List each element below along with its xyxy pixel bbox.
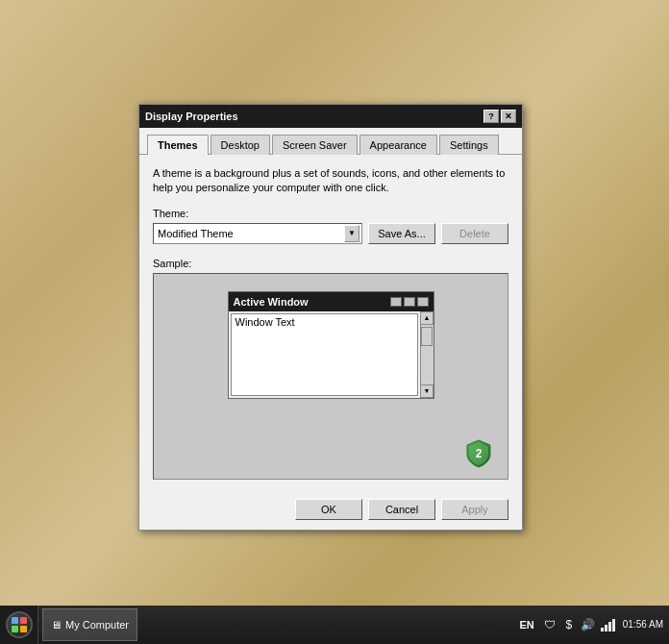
clock: 01:56 AM: [619, 619, 663, 631]
clock-time: 01:56 AM: [623, 619, 663, 631]
language-indicator: EN: [515, 619, 537, 631]
mini-maximize-icon: [404, 297, 415, 307]
svg-rect-4: [20, 626, 27, 632]
svg-text:2: 2: [476, 447, 483, 460]
delete-button[interactable]: Delete: [441, 223, 508, 244]
theme-row: Modified Theme ▼ Save As... Delete: [153, 223, 508, 244]
svg-rect-2: [20, 617, 27, 624]
mini-titlebar: Active Window: [229, 292, 434, 311]
theme-dropdown[interactable]: Modified Theme ▼: [153, 223, 362, 244]
sample-label: Sample:: [153, 258, 508, 269]
start-button[interactable]: [0, 606, 38, 644]
scroll-down-icon[interactable]: ▼: [420, 384, 434, 398]
dialog-title: Display Properties: [145, 111, 238, 122]
systray-icons: 🛡 $ 🔊: [542, 617, 615, 632]
sample-box: Active Window Window Text ▲: [153, 273, 508, 480]
desktop: Display Properties ? ✕ Themes Desktop Sc…: [0, 0, 669, 606]
computer-icon: 🖥: [51, 619, 62, 631]
svg-rect-6: [605, 625, 607, 632]
cancel-button[interactable]: Cancel: [368, 499, 435, 520]
tab-desktop[interactable]: Desktop: [211, 135, 270, 155]
mini-scrollbar: ▲ ▼: [420, 311, 434, 398]
bottom-buttons: OK Cancel Apply: [139, 491, 522, 530]
scroll-up-icon[interactable]: ▲: [420, 311, 434, 325]
help-button[interactable]: ?: [483, 110, 499, 123]
taskbar-item-mycomputer[interactable]: 🖥 My Computer: [42, 608, 137, 641]
taskbar-right: EN 🛡 $ 🔊 01:56 AM: [515, 617, 669, 632]
ok-button[interactable]: OK: [295, 499, 362, 520]
dialog-titlebar: Display Properties ? ✕: [139, 105, 522, 128]
dropdown-arrow-icon[interactable]: ▼: [344, 225, 359, 242]
scroll-thumb[interactable]: [421, 327, 433, 346]
mini-text-area: Window Text: [231, 313, 418, 396]
tab-screensaver[interactable]: Screen Saver: [272, 135, 358, 155]
sound-tray-icon: 🔊: [581, 617, 596, 632]
theme-description: A theme is a background plus a set of so…: [153, 166, 508, 196]
tab-themes[interactable]: Themes: [147, 135, 209, 155]
svg-rect-8: [612, 619, 615, 632]
mini-titlebar-controls: [390, 297, 429, 307]
mini-minimize-icon: [390, 297, 402, 307]
taskbar-item-label: My Computer: [65, 619, 129, 631]
svg-rect-7: [608, 622, 611, 632]
window-text: Window Text: [235, 316, 295, 328]
theme-label: Theme:: [153, 208, 508, 219]
svg-rect-3: [12, 626, 18, 632]
theme-value: Modified Theme: [158, 228, 234, 239]
svg-rect-1: [12, 617, 18, 624]
mini-window-preview: Active Window Window Text ▲: [228, 291, 434, 399]
titlebar-title: Display Properties: [145, 111, 238, 122]
taskbar: 🖥 My Computer EN 🛡 $ 🔊 01:56 AM: [0, 606, 669, 644]
shield-tray-icon: 🛡: [542, 617, 558, 632]
network-tray-icon: [600, 617, 615, 632]
tab-appearance[interactable]: Appearance: [359, 135, 437, 155]
tabs-container: Themes Desktop Screen Saver Appearance S…: [139, 128, 522, 155]
mini-content: Window Text ▲ ▼: [229, 311, 434, 398]
tab-settings[interactable]: Settings: [439, 135, 499, 155]
dollar-tray-icon: $: [561, 617, 577, 632]
display-properties-dialog: Display Properties ? ✕ Themes Desktop Sc…: [138, 104, 523, 531]
titlebar-controls: ? ✕: [483, 110, 516, 123]
shield-icon: 2: [463, 438, 494, 469]
start-orb-icon: [6, 611, 33, 638]
dialog-content: A theme is a background plus a set of so…: [139, 155, 522, 491]
mini-close-icon: [417, 297, 429, 307]
apply-button[interactable]: Apply: [441, 499, 508, 520]
close-button[interactable]: ✕: [501, 110, 516, 123]
svg-rect-5: [601, 628, 604, 632]
save-as-button[interactable]: Save As...: [368, 223, 435, 244]
mini-window-title: Active Window: [234, 296, 309, 308]
